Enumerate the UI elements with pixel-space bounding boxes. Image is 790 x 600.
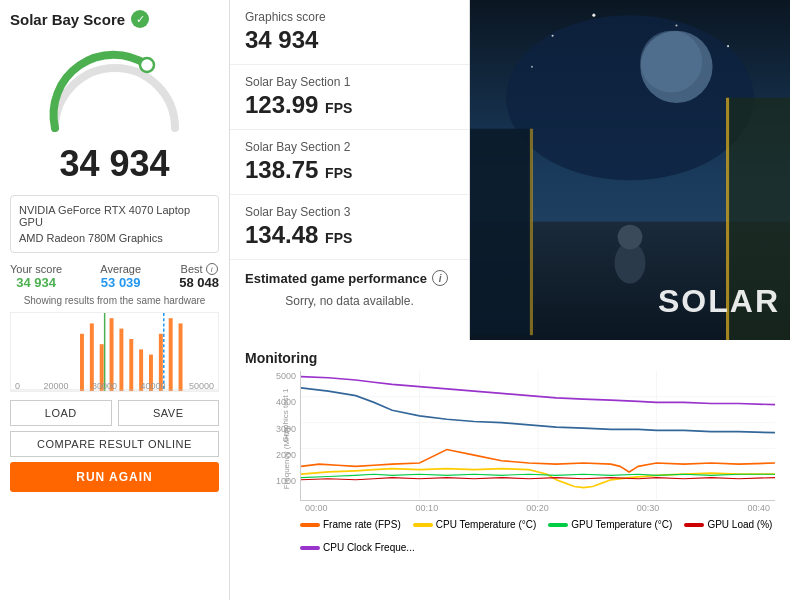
section2-metric: Solar Bay Section 2 138.75 FPS xyxy=(230,130,469,195)
axis-1: 20000 xyxy=(43,381,68,391)
legend-color-fps xyxy=(300,523,320,527)
legend-label-cpu-clock: CPU Clock Freque... xyxy=(323,542,415,553)
score-table: Your score 34 934 Average 53 039 Best i … xyxy=(10,263,219,290)
game-perf-text: Sorry, no data available. xyxy=(245,294,454,308)
section1-label: Solar Bay Section 1 xyxy=(245,75,454,89)
section3-value: 134.48 FPS xyxy=(245,221,454,249)
axis-2: 30000 xyxy=(92,381,117,391)
section2-value: 138.75 FPS xyxy=(245,156,454,184)
check-icon: ✓ xyxy=(131,10,149,28)
x-label-0: 00:00 xyxy=(305,503,328,513)
legend-label-fps: Frame rate (FPS) xyxy=(323,519,401,530)
svg-point-17 xyxy=(552,35,554,37)
chart-axis: 0 20000 30000 40000 50000 xyxy=(11,381,218,391)
avg-score-value: 53 039 xyxy=(101,275,141,290)
hardware-info: NVIDIA GeForce RTX 4070 Laptop GPU AMD R… xyxy=(10,195,219,253)
svg-point-18 xyxy=(592,14,595,17)
section1-metric: Solar Bay Section 1 123.99 FPS xyxy=(230,65,469,130)
legend-label-gpu-temp: GPU Temperature (°C) xyxy=(571,519,672,530)
left-header: Solar Bay Score ✓ xyxy=(10,10,219,28)
x-label-1: 00:10 xyxy=(416,503,439,513)
run-again-button[interactable]: RUN AGAIN xyxy=(10,462,219,492)
legend-item-2: GPU Temperature (°C) xyxy=(548,519,672,530)
image-overlay-text: SOLAR xyxy=(658,283,780,320)
your-score-label: Your score xyxy=(10,263,62,275)
y-label-5000: 5000 xyxy=(248,371,296,381)
showing-text: Showing results from the same hardware xyxy=(10,295,219,306)
section2-label: Solar Bay Section 2 xyxy=(245,140,454,154)
top-right: Graphics score 34 934 Solar Bay Section … xyxy=(230,0,790,340)
legend-item-1: CPU Temperature (°C) xyxy=(413,519,537,530)
svg-point-16 xyxy=(506,15,754,180)
legend-item-4: CPU Clock Freque... xyxy=(300,542,415,553)
y-axis-title2: Graphics test 1 xyxy=(281,389,290,443)
svg-rect-28 xyxy=(530,129,533,335)
image-panel: SOLAR xyxy=(470,0,790,340)
x-axis-labels: 00:00 00:10 00:20 00:30 00:40 xyxy=(300,501,775,513)
gauge-container xyxy=(35,38,195,138)
buttons-row: LOAD SAVE xyxy=(10,400,219,426)
game-perf-section: Estimated game performance i Sorry, no d… xyxy=(230,260,469,318)
monitoring-panel: Monitoring 5000 4000 3000 2000 1000 Freq… xyxy=(230,340,790,600)
monitor-chart xyxy=(300,371,775,501)
legend-item-0: Frame rate (FPS) xyxy=(300,519,401,530)
x-label-3: 00:30 xyxy=(637,503,660,513)
game-perf-info-icon[interactable]: i xyxy=(432,270,448,286)
best-score-label: Best xyxy=(181,263,203,275)
legend-label-gpu-load: GPU Load (%) xyxy=(707,519,772,530)
legend-color-cpu-temp xyxy=(413,523,433,527)
your-score-col: Your score 34 934 xyxy=(10,263,62,290)
legend-color-gpu-load xyxy=(684,523,704,527)
best-info-icon[interactable]: i xyxy=(206,263,218,275)
game-perf-title: Estimated game performance xyxy=(245,271,427,286)
avg-score-col: Average 53 039 xyxy=(100,263,141,290)
save-button[interactable]: SAVE xyxy=(118,400,220,426)
legend-label-cpu-temp: CPU Temperature (°C) xyxy=(436,519,537,530)
svg-point-30 xyxy=(618,225,643,250)
game-perf-header: Estimated game performance i xyxy=(245,270,454,286)
avg-score-label: Average xyxy=(100,263,141,275)
section3-metric: Solar Bay Section 3 134.48 FPS xyxy=(230,195,469,260)
legend-color-gpu-temp xyxy=(548,523,568,527)
svg-point-20 xyxy=(727,45,729,47)
axis-3: 40000 xyxy=(140,381,165,391)
monitoring-title: Monitoring xyxy=(245,350,775,366)
graphics-score-label: Graphics score xyxy=(245,10,454,24)
score-chart: 0 20000 30000 40000 50000 xyxy=(10,312,219,392)
gauge-svg xyxy=(35,38,195,138)
svg-point-19 xyxy=(675,24,677,26)
hardware-item-1: AMD Radeon 780M Graphics xyxy=(19,230,210,246)
graphics-score-section: Graphics score 34 934 xyxy=(230,0,469,65)
x-label-4: 00:40 xyxy=(747,503,770,513)
load-button[interactable]: LOAD xyxy=(10,400,112,426)
left-title: Solar Bay Score xyxy=(10,11,125,28)
scene-image: SOLAR xyxy=(470,0,790,340)
left-panel: Solar Bay Score ✓ 34 934 NVIDIA GeForce … xyxy=(0,0,230,600)
x-label-2: 00:20 xyxy=(526,503,549,513)
best-score-value: 58 048 xyxy=(179,275,219,290)
axis-0: 0 xyxy=(15,381,20,391)
svg-rect-25 xyxy=(470,129,532,335)
compare-button[interactable]: COMPARE RESULT ONLINE xyxy=(10,431,219,457)
svg-point-23 xyxy=(640,31,702,93)
graphics-score-value: 34 934 xyxy=(245,26,454,54)
metrics-panel: Graphics score 34 934 Solar Bay Section … xyxy=(230,0,470,340)
svg-point-0 xyxy=(140,58,154,72)
best-score-col: Best i 58 048 xyxy=(179,263,219,290)
your-score-value: 34 934 xyxy=(16,275,56,290)
main-score: 34 934 xyxy=(10,143,219,185)
legend-color-cpu-clock xyxy=(300,546,320,550)
svg-point-21 xyxy=(531,66,533,68)
monitor-legend: Frame rate (FPS) CPU Temperature (°C) GP… xyxy=(300,519,775,553)
section3-label: Solar Bay Section 3 xyxy=(245,205,454,219)
right-panel: Graphics score 34 934 Solar Bay Section … xyxy=(230,0,790,600)
section1-value: 123.99 FPS xyxy=(245,91,454,119)
axis-4: 50000 xyxy=(189,381,214,391)
hardware-item-0: NVIDIA GeForce RTX 4070 Laptop GPU xyxy=(19,202,210,230)
legend-item-3: GPU Load (%) xyxy=(684,519,772,530)
